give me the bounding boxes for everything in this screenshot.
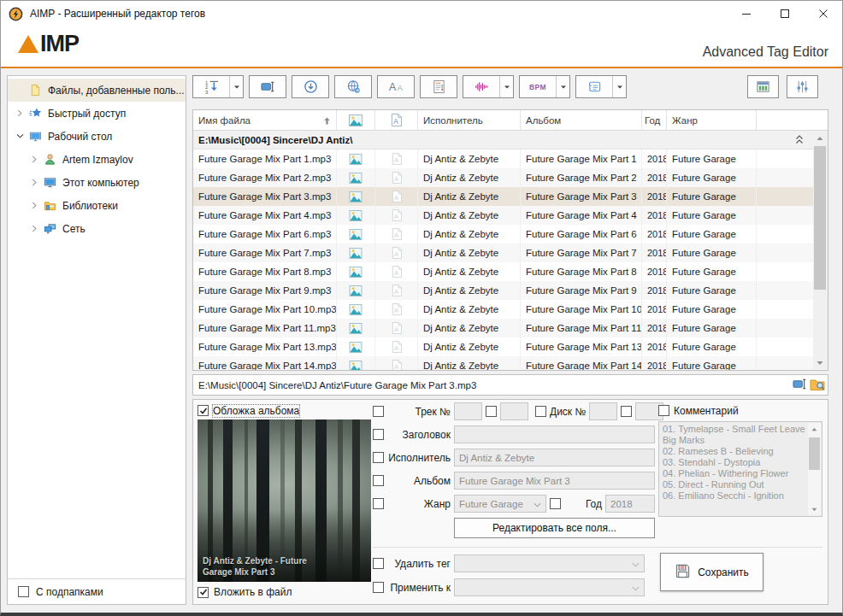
close-button[interactable]: [804, 1, 842, 26]
cell-filename: Future Garage Mix Part 9.mp3: [193, 281, 337, 300]
comment-checkbox[interactable]: [658, 405, 669, 416]
delete-tag-dropdown[interactable]: [454, 554, 645, 572]
album-art-image[interactable]: Dj Antiz & Zebyte - Future Garage Mix Pa…: [197, 419, 371, 582]
sidebar-item-network[interactable]: Сеть: [8, 217, 186, 240]
letter-case-button[interactable]: AA: [377, 75, 415, 98]
column-header-lyrics[interactable]: A: [375, 110, 418, 130]
disc-number-input[interactable]: [589, 402, 617, 420]
table-row[interactable]: Future Garage Mix Part 6.mp3ADj Antiz & …: [193, 225, 828, 243]
scroll-up-icon[interactable]: [813, 132, 827, 144]
scripts-button[interactable]: [575, 75, 627, 98]
column-header-genre[interactable]: Жанр: [667, 110, 757, 130]
table-row[interactable]: Future Garage Mix Part 4.mp3ADj Antiz & …: [193, 206, 828, 225]
group-row[interactable]: E:\Music\[0004] Sincere\DJ Antiz\: [193, 131, 828, 150]
column-header-filename[interactable]: Имя файла: [193, 110, 337, 130]
aimp-logo: IMP: [18, 35, 79, 53]
dropdown-caret-icon[interactable]: [556, 76, 569, 97]
table-row[interactable]: Future Garage Mix Part 9.mp3ADj Antiz & …: [193, 281, 828, 300]
album-input[interactable]: Future Garage Mix Part 3: [454, 472, 655, 490]
dropdown-caret-icon[interactable]: [499, 76, 513, 97]
column-header-album[interactable]: Альбом: [521, 110, 642, 130]
year-checkbox[interactable]: [550, 498, 561, 509]
subfolders-checkbox[interactable]: [18, 586, 29, 597]
title-checkbox[interactable]: [373, 429, 384, 440]
sidebar-item-libraries[interactable]: Библиотеки: [8, 194, 186, 217]
disc-number-checkbox[interactable]: [535, 406, 546, 417]
scroll-down-icon[interactable]: [808, 503, 821, 515]
album-art-checkbox[interactable]: [197, 405, 209, 416]
column-header-year[interactable]: Год: [642, 110, 667, 130]
sidebar-item-desktop[interactable]: Рабочий стол: [8, 125, 186, 148]
genre-checkbox[interactable]: [373, 498, 384, 509]
dropdown-caret-icon[interactable]: [612, 76, 626, 97]
waveform-button[interactable]: [463, 75, 514, 98]
sidebar-item-quick-access[interactable]: Быстрый доступ: [8, 102, 186, 125]
chevron-down-icon[interactable]: [13, 130, 27, 144]
album-checkbox[interactable]: [373, 475, 384, 486]
sidebar-item-user-profile[interactable]: Artem Izmaylov: [8, 148, 186, 171]
scroll-up-icon[interactable]: [808, 423, 821, 435]
comment-box[interactable]: 01. Tymelapse - Small Feet Leave Big Mar…: [658, 421, 822, 517]
track-total-input[interactable]: [500, 402, 528, 420]
maximize-button[interactable]: [765, 1, 804, 26]
customize-button[interactable]: [787, 75, 818, 98]
genre-label: Жанр: [387, 498, 451, 510]
scrollbar-thumb[interactable]: [814, 146, 826, 290]
sidebar-item-user-files[interactable]: Файлы, добавленные поль...: [8, 79, 186, 102]
save-floppy-icon: [675, 563, 691, 582]
column-header-artist[interactable]: Исполнитель: [418, 110, 521, 130]
track-total-checkbox[interactable]: [486, 406, 497, 417]
cell-filename: Future Garage Mix Part 7.mp3: [193, 243, 337, 262]
table-row[interactable]: Future Garage Mix Part 14.mp3ADj Antiz &…: [193, 356, 828, 371]
chevron-right-icon[interactable]: [27, 222, 42, 236]
scroll-down-icon[interactable]: [813, 356, 827, 369]
track-numbering-button[interactable]: 123: [192, 75, 244, 98]
artist-checkbox[interactable]: [373, 452, 384, 463]
column-header-cover[interactable]: [337, 110, 375, 130]
collapse-group-icon[interactable]: [795, 135, 804, 146]
cover-icon: [337, 300, 375, 319]
comment-scrollbar[interactable]: [808, 423, 821, 515]
artist-input[interactable]: Dj Antiz & Zebyte: [454, 449, 655, 466]
table-row[interactable]: Future Garage Mix Part 8.mp3ADj Antiz & …: [193, 262, 828, 281]
minimize-button[interactable]: [727, 1, 765, 26]
cell-artist: Dj Antiz & Zebyte: [418, 187, 521, 206]
table-row[interactable]: Future Garage Mix Part 2.mp3ADj Antiz & …: [193, 168, 828, 187]
save-button[interactable]: Сохранить: [660, 553, 763, 591]
track-number-checkbox[interactable]: [373, 406, 384, 417]
embed-in-file-checkbox[interactable]: [197, 587, 209, 598]
folder-search-icon[interactable]: [810, 378, 825, 393]
lyrics-button[interactable]: [420, 75, 457, 98]
table-row[interactable]: Future Garage Mix Part 7.mp3ADj Antiz & …: [193, 243, 828, 262]
table-scrollbar[interactable]: [813, 132, 827, 369]
fill-from-internet-button[interactable]: [334, 75, 372, 98]
apply-to-dropdown[interactable]: [454, 578, 645, 596]
bpm-button[interactable]: BPM: [519, 75, 570, 98]
year-input[interactable]: 2018: [605, 495, 655, 513]
dropdown-caret-icon[interactable]: [229, 76, 243, 97]
edit-all-fields-button[interactable]: Редактировать все поля...: [454, 518, 655, 538]
table-row[interactable]: Future Garage Mix Part 10.mp3ADj Antiz &…: [193, 300, 828, 319]
scrollbar-thumb[interactable]: [809, 437, 820, 470]
chevron-right-icon[interactable]: [27, 199, 42, 213]
apply-to-checkbox[interactable]: [373, 582, 384, 593]
track-number-input[interactable]: [454, 402, 482, 420]
table-row[interactable]: Future Garage Mix Part 13.mp3ADj Antiz &…: [193, 337, 828, 356]
delete-tag-checkbox[interactable]: [373, 558, 384, 569]
title-input[interactable]: [454, 425, 655, 443]
rename-icon[interactable]: [793, 377, 807, 393]
disc-total-checkbox[interactable]: [621, 406, 632, 417]
sidebar-item-this-computer[interactable]: Этот компьютер: [8, 171, 186, 194]
chevron-right-icon[interactable]: [27, 153, 42, 167]
genre-dropdown[interactable]: Future Garage: [454, 495, 546, 513]
cell-filename: Future Garage Mix Part 11.mp3: [193, 319, 337, 337]
computer-icon: [42, 176, 57, 190]
chevron-right-icon[interactable]: [13, 107, 27, 120]
rename-files-button[interactable]: [249, 75, 286, 98]
columns-button[interactable]: [747, 75, 779, 98]
table-row[interactable]: Future Garage Mix Part 1.mp3ADj Antiz & …: [193, 150, 828, 168]
chevron-right-icon[interactable]: [27, 176, 42, 190]
table-row[interactable]: Future Garage Mix Part 3.mp3ADj Antiz & …: [193, 187, 828, 206]
table-row[interactable]: Future Garage Mix Part 11.mp3ADj Antiz &…: [193, 319, 828, 337]
fill-from-file-button[interactable]: [292, 75, 329, 98]
